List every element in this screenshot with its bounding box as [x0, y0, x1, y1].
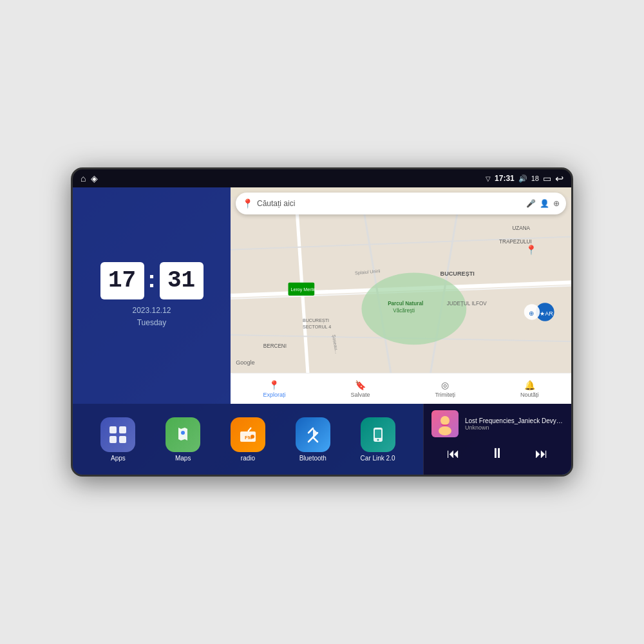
- carlink-icon-bg: [361, 417, 395, 452]
- svg-point-41: [440, 416, 450, 425]
- svg-text:★AR: ★AR: [540, 310, 553, 317]
- svg-text:BUCUREȘTI: BUCUREȘTI: [440, 270, 475, 277]
- map-nav-explore[interactable]: 📍 Explorați: [263, 380, 285, 398]
- music-info: Lost Frequencies_Janieck Devy-... Unknow…: [431, 410, 564, 437]
- svg-text:BERCENI: BERCENI: [263, 343, 287, 349]
- carlink-label: Car Link 2.0: [361, 455, 395, 462]
- map-search-input[interactable]: Căutați aici: [257, 199, 522, 208]
- map-nav-send[interactable]: ◎ Trimiteți: [435, 380, 455, 398]
- music-thumbnail: [431, 410, 459, 437]
- svg-rect-38: [375, 430, 381, 438]
- clock-display: 17 : 31: [100, 262, 204, 299]
- back-icon[interactable]: ↩: [555, 173, 564, 185]
- battery-icon: ▭: [543, 173, 551, 184]
- app-item-bluetooth[interactable]: Bluetooth: [296, 417, 330, 462]
- account-icon[interactable]: 👤: [540, 199, 549, 208]
- svg-rect-28: [109, 426, 117, 433]
- status-time: 17:31: [495, 174, 515, 183]
- apps-label: Apps: [111, 455, 126, 462]
- svg-point-42: [439, 426, 451, 435]
- news-label: Noutăți: [520, 392, 539, 398]
- app-item-radio[interactable]: FM radio: [231, 417, 265, 462]
- map-bottom-nav: 📍 Explorați 🔖 Salvate ◎ Trimiteți 🔔 Nout…: [231, 373, 571, 404]
- map-panel[interactable]: Parcul Natural Văcărești BUCUREȘTI JUDEȚ…: [231, 187, 571, 404]
- explore-label: Explorați: [263, 392, 285, 398]
- map-search-pin-icon: 📍: [242, 198, 253, 209]
- svg-line-36: [248, 428, 251, 431]
- saved-label: Salvate: [350, 392, 370, 398]
- screen-content: 17 : 31 2023.12.12 Tuesday: [73, 187, 571, 475]
- navigation-icon[interactable]: ◈: [91, 173, 98, 184]
- radio-label: radio: [241, 455, 255, 462]
- music-artist: Unknown: [465, 424, 564, 431]
- radio-icon-bg: FM: [231, 417, 265, 452]
- clock-hours: 17: [100, 262, 144, 299]
- app-item-maps[interactable]: Maps: [166, 417, 200, 462]
- explore-icon: 📍: [269, 380, 279, 390]
- svg-text:Văcărești: Văcărești: [393, 308, 415, 314]
- map-background: Parcul Natural Văcărești BUCUREȘTI JUDEȚ…: [231, 187, 571, 404]
- map-search-bar[interactable]: 📍 Căutați aici 🎤 👤 ⊕: [236, 193, 566, 214]
- svg-text:JUDEȚUL ILFOV: JUDEȚUL ILFOV: [447, 301, 488, 307]
- volume-icon: 🔊: [518, 175, 527, 183]
- svg-rect-29: [119, 426, 126, 433]
- bluetooth-label: Bluetooth: [299, 455, 327, 462]
- clock-colon: :: [148, 266, 156, 293]
- status-right: ▽ 17:31 🔊 18 ▭ ↩: [486, 173, 564, 185]
- svg-rect-30: [109, 436, 117, 443]
- svg-text:📍: 📍: [526, 244, 537, 256]
- clock-date: 2023.12.12 Tuesday: [132, 305, 171, 329]
- svg-rect-31: [119, 436, 126, 443]
- status-left-icons: ⌂ ◈: [80, 173, 98, 184]
- bt-icon-bg: [296, 417, 330, 452]
- music-text: Lost Frequencies_Janieck Devy-... Unknow…: [465, 417, 564, 431]
- svg-text:Leroy Merlin: Leroy Merlin: [291, 287, 316, 292]
- car-infotainment-screen: ⌂ ◈ ▽ 17:31 🔊 18 ▭ ↩ 17 : 31 2023.12.12: [71, 167, 573, 477]
- app-icons-panel: Apps Maps FM: [73, 404, 423, 475]
- app-item-apps[interactable]: Apps: [100, 417, 135, 462]
- svg-text:TRAPEZULUI: TRAPEZULUI: [499, 239, 532, 245]
- voice-search-icon[interactable]: 🎤: [526, 199, 536, 208]
- saved-icon: 🔖: [355, 380, 366, 390]
- maps-label: Maps: [175, 455, 191, 462]
- layers-icon[interactable]: ⊕: [553, 199, 560, 208]
- bottom-section: Apps Maps FM: [73, 404, 571, 475]
- app-item-carlink[interactable]: Car Link 2.0: [361, 417, 395, 462]
- send-label: Trimiteți: [435, 392, 455, 398]
- clock-minutes: 31: [160, 262, 204, 299]
- map-nav-news[interactable]: 🔔 Noutăți: [520, 380, 539, 398]
- svg-text:Google: Google: [236, 359, 254, 366]
- next-button[interactable]: ⏭: [530, 444, 553, 464]
- maps-icon-bg: [166, 417, 200, 452]
- music-title: Lost Frequencies_Janieck Devy-...: [465, 417, 564, 424]
- svg-point-32: [181, 431, 185, 435]
- map-search-right-icons: 🎤 👤 ⊕: [526, 199, 560, 208]
- svg-point-39: [377, 439, 379, 440]
- news-icon: 🔔: [524, 380, 535, 390]
- send-icon: ◎: [441, 380, 449, 390]
- svg-text:⊕: ⊕: [529, 310, 534, 317]
- svg-text:UZANA: UZANA: [512, 225, 530, 231]
- svg-point-35: [251, 435, 254, 439]
- music-panel: Lost Frequencies_Janieck Devy-... Unknow…: [423, 404, 571, 475]
- clock-panel: 17 : 31 2023.12.12 Tuesday: [73, 187, 231, 404]
- svg-text:SECTORUL 4: SECTORUL 4: [303, 325, 331, 330]
- apps-icon-bg: [100, 417, 135, 452]
- music-controls: ⏮ ⏸ ⏭: [431, 442, 564, 464]
- svg-text:BUCUREȘTI: BUCUREȘTI: [303, 318, 329, 323]
- home-icon[interactable]: ⌂: [80, 173, 86, 184]
- svg-text:Parcul Natural: Parcul Natural: [388, 301, 423, 307]
- top-section: 17 : 31 2023.12.12 Tuesday: [73, 187, 571, 404]
- play-pause-button[interactable]: ⏸: [485, 442, 509, 464]
- gps-icon: ▽: [486, 175, 491, 182]
- status-bar: ⌂ ◈ ▽ 17:31 🔊 18 ▭ ↩: [73, 169, 571, 187]
- battery-level: 18: [531, 175, 539, 182]
- prev-button[interactable]: ⏮: [442, 444, 465, 464]
- map-nav-saved[interactable]: 🔖 Salvate: [350, 380, 370, 398]
